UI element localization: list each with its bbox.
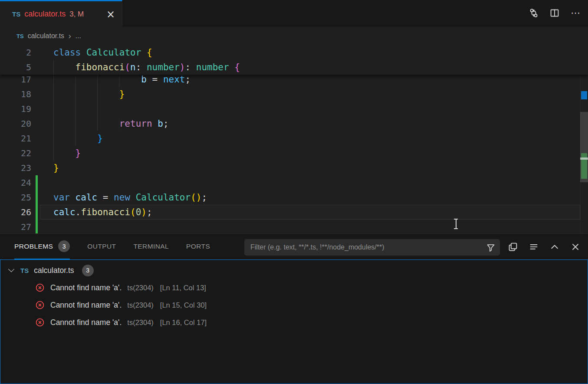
problems-count-badge: 3 — [58, 240, 70, 252]
code-line[interactable]: 2class Calculator { — [0, 45, 588, 60]
tab-output[interactable]: OUTPUT — [87, 234, 116, 259]
code-line[interactable]: 18} — [0, 87, 588, 102]
problems-filter-input[interactable] — [244, 239, 500, 256]
problem-row[interactable]: Cannot find name 'a'.ts(2304)[Ln 16, Col… — [0, 314, 588, 331]
tab-output-label: OUTPUT — [87, 243, 116, 250]
error-icon — [35, 283, 45, 292]
error-icon — [35, 300, 45, 310]
ruler-cursor-line-mark — [580, 158, 588, 160]
error-icon — [35, 318, 45, 327]
filter-funnel-icon[interactable] — [485, 242, 496, 253]
code-text — [31, 102, 108, 116]
line-number[interactable]: 2 — [0, 45, 31, 60]
code-line[interactable]: 19 — [0, 102, 588, 116]
problem-location: [Ln 15, Col 30] — [160, 301, 207, 309]
code-text — [31, 175, 53, 190]
problem-location: [Ln 11, Col 13] — [160, 284, 206, 292]
split-editor-icon[interactable] — [548, 7, 561, 20]
problem-message: Cannot find name 'a'. — [50, 318, 122, 327]
line-number[interactable]: 25 — [0, 190, 31, 205]
code-text: } — [31, 131, 103, 146]
problem-source: ts(2304) — [127, 301, 154, 309]
code-text: var calc = new Calculator(); — [31, 190, 207, 205]
panel-toolbar — [506, 240, 582, 254]
problem-row[interactable]: Cannot find name 'a'.ts(2304)[Ln 11, Col… — [0, 279, 588, 296]
typescript-file-icon: TS — [20, 267, 29, 274]
line-number[interactable]: 20 — [0, 116, 31, 131]
code-text: } — [31, 146, 81, 161]
ruler-git-added-mark — [581, 153, 587, 179]
code-text: fibonacci(n: number): number { — [31, 60, 240, 75]
tab-calculator-ts[interactable]: TS calculator.ts 3, M × — [0, 0, 122, 27]
close-tab-icon[interactable]: × — [106, 9, 115, 20]
code-lines: 17b = next;18}1920return b;21}22}23}2425… — [0, 72, 588, 233]
problem-location: [Ln 16, Col 17] — [160, 318, 207, 327]
problem-row[interactable]: Cannot find name 'a'.ts(2304)[Ln 15, Col… — [0, 296, 588, 314]
ruler-info-mark — [581, 91, 587, 99]
sticky-scroll[interactable]: 2class Calculator {5fibonacci(n: number)… — [0, 45, 588, 75]
breadcrumb: TS calculator.ts › ... — [0, 27, 588, 45]
close-panel-icon[interactable] — [569, 240, 582, 254]
problems-file-group[interactable]: TS calculator.ts 3 — [0, 262, 588, 279]
line-number[interactable]: 18 — [0, 87, 31, 102]
line-number[interactable]: 21 — [0, 131, 31, 146]
tab-ports-label: PORTS — [186, 243, 210, 250]
collapse-all-icon[interactable] — [527, 240, 540, 254]
tab-problems-label: PROBLEMS — [14, 243, 53, 250]
problem-source: ts(2304) — [127, 284, 154, 292]
file-problems-count-badge: 3 — [82, 265, 94, 276]
chevron-down-icon[interactable] — [8, 266, 14, 272]
tab-terminal[interactable]: TERMINAL — [133, 234, 169, 259]
editor-tab-bar: TS calculator.ts 3, M × ⋯ — [0, 0, 588, 27]
code-line[interactable]: 27 — [0, 220, 588, 233]
code-text: calc.fibonacci(0); — [31, 205, 152, 220]
tab-terminal-label: TERMINAL — [133, 243, 169, 250]
code-line[interactable]: 26calc.fibonacci(0); — [0, 205, 588, 220]
breadcrumb-separator-icon: › — [68, 31, 72, 41]
line-number[interactable]: 22 — [0, 146, 31, 161]
editor-actions: ⋯ — [527, 7, 582, 20]
problems-panel: TS calculator.ts 3 Cannot find name 'a'.… — [0, 259, 588, 384]
line-number[interactable]: 24 — [0, 175, 31, 190]
code-text: } — [31, 87, 125, 102]
code-line[interactable]: 25var calc = new Calculator(); — [0, 190, 588, 205]
code-editor[interactable]: 17b = next;18}1920return b;21}22}23}2425… — [0, 45, 588, 233]
code-text — [31, 220, 53, 233]
code-line[interactable]: 23} — [0, 161, 588, 175]
mouse-ibeam-cursor — [453, 219, 459, 229]
code-line[interactable]: 24 — [0, 175, 588, 190]
vscode-window: TS calculator.ts 3, M × ⋯ — [0, 0, 588, 384]
view-as-table-icon[interactable] — [506, 240, 519, 254]
tab-problems[interactable]: PROBLEMS 3 — [14, 234, 70, 259]
code-line[interactable]: 20return b; — [0, 116, 588, 131]
code-line[interactable]: 21} — [0, 131, 588, 146]
line-number[interactable]: 23 — [0, 161, 31, 175]
compare-changes-icon[interactable] — [527, 7, 540, 20]
maximize-panel-icon[interactable] — [548, 240, 561, 254]
problem-source: ts(2304) — [127, 318, 154, 327]
tab-problems-modified-decoration: 3, M — [69, 10, 84, 19]
code-line[interactable]: 22} — [0, 146, 588, 161]
line-number[interactable]: 5 — [0, 60, 31, 75]
typescript-file-icon: TS — [16, 33, 24, 39]
typescript-file-icon: TS — [12, 10, 20, 18]
code-text: class Calculator { — [31, 45, 152, 60]
breadcrumb-symbol[interactable]: ... — [76, 32, 81, 40]
tab-ports[interactable]: PORTS — [186, 234, 210, 259]
code-text: } — [31, 161, 59, 175]
breadcrumb-file[interactable]: calculator.ts — [28, 32, 64, 40]
problem-message: Cannot find name 'a'. — [50, 301, 122, 310]
problems-filter-box — [244, 239, 500, 256]
line-number[interactable]: 26 — [0, 205, 31, 220]
line-number[interactable]: 19 — [0, 102, 31, 116]
code-text: return b; — [31, 116, 169, 131]
problems-file-name: calculator.ts — [34, 266, 74, 275]
more-actions-icon[interactable]: ⋯ — [569, 7, 582, 20]
tab-label: calculator.ts — [24, 10, 66, 19]
problem-message: Cannot find name 'a'. — [50, 283, 122, 292]
code-line[interactable]: 5fibonacci(n: number): number { — [0, 60, 588, 75]
line-number[interactable]: 27 — [0, 220, 31, 233]
problems-list: Cannot find name 'a'.ts(2304)[Ln 11, Col… — [0, 279, 588, 331]
